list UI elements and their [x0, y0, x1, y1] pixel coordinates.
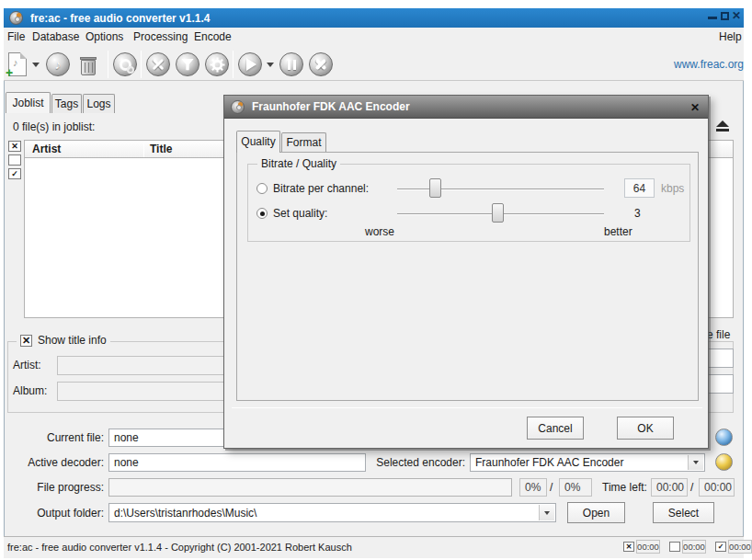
selected-encoder-label: Selected encoder:: [366, 456, 465, 469]
bitrate-radio[interactable]: [256, 183, 268, 194]
active-decoder-label: Active decoder:: [0, 456, 104, 469]
show-title-info[interactable]: ✕ Show title info: [17, 334, 110, 347]
select-all-icon[interactable]: ✕: [8, 141, 21, 152]
encode-dropdown-icon[interactable]: [267, 63, 274, 67]
combo-dropdown-icon[interactable]: [539, 505, 554, 520]
website-link[interactable]: www.freac.org: [674, 58, 744, 71]
title-bar[interactable]: fre:ac - free audio converter v1.1.4: [4, 8, 744, 28]
bitrate-slider-handle[interactable]: [429, 178, 441, 198]
file-progress-bar: [108, 478, 512, 497]
track-percent-field: 0%: [519, 478, 547, 497]
close-button[interactable]: ✕: [732, 10, 741, 21]
toolbar-separator: [141, 51, 142, 78]
query-cddb-icon[interactable]: [113, 52, 137, 76]
file-progress-label: File progress:: [0, 481, 104, 494]
select-button[interactable]: Select: [653, 502, 714, 523]
toolbar-separator: [108, 51, 108, 78]
selected-encoder-combo[interactable]: Fraunhofer FDK AAC Encoder: [470, 453, 705, 472]
quality-value: 3: [634, 207, 641, 220]
dialog-tab-format[interactable]: Format: [281, 132, 326, 153]
tab-tags[interactable]: Tags: [51, 94, 82, 113]
quality-slider-handle[interactable]: [492, 203, 504, 223]
quality-label: Set quality:: [273, 207, 327, 220]
menu-encode[interactable]: Encode: [192, 29, 234, 44]
show-title-info-label: Show title info: [38, 334, 107, 347]
time-selected-icon: ✓: [715, 542, 726, 552]
time-selected-value: 00:00: [728, 540, 752, 554]
status-text: fre:ac - free audio converter v1.1.4 - C…: [7, 542, 352, 553]
scale-better-label: better: [604, 225, 632, 238]
cancel-button[interactable]: Cancel: [527, 417, 584, 440]
group-title: Bitrate / Quality: [257, 157, 340, 170]
encode-single-file-label-fragment: e file: [707, 328, 735, 341]
window-title: fre:ac - free audio converter v1.1.4: [30, 12, 210, 25]
add-files-dropdown-icon[interactable]: [32, 63, 40, 67]
time-all-icon: ✕: [623, 542, 634, 552]
menu-options[interactable]: Options: [84, 29, 125, 44]
play-preview-icon[interactable]: [715, 429, 733, 446]
menu-file[interactable]: File: [6, 29, 27, 44]
time-unselected-value: 00:00: [682, 540, 706, 554]
bitrate-label: Bitrate per channel:: [273, 182, 369, 195]
dialog-tab-quality[interactable]: Quality: [236, 131, 280, 153]
dialog-title: Fraunhofer FDK AAC Encoder: [252, 100, 410, 113]
app-icon: [9, 11, 23, 25]
dialog-title-bar[interactable]: Fraunhofer FDK AAC Encoder: [224, 96, 708, 119]
output-folder-label: Output folder:: [0, 507, 104, 520]
time-unselected-icon: [669, 542, 680, 552]
time-separator: /: [690, 481, 693, 494]
open-button[interactable]: Open: [567, 502, 625, 523]
time-track-field: 00:00: [651, 478, 688, 497]
add-files-icon[interactable]: ♪ +: [8, 52, 27, 76]
show-title-info-checkbox[interactable]: ✕: [20, 335, 32, 347]
menu-processing[interactable]: Processing: [131, 29, 189, 44]
pause-encoding-icon[interactable]: [279, 52, 303, 76]
configure-encoder-icon[interactable]: [715, 453, 733, 471]
ok-button[interactable]: OK: [617, 417, 674, 440]
right-field-fragment[interactable]: [708, 349, 734, 368]
right-field-fragment[interactable]: [708, 374, 734, 394]
bitrate-value-field[interactable]: 64: [624, 178, 655, 198]
start-encoding-icon[interactable]: [238, 52, 262, 76]
output-folder-combo[interactable]: d:\Users\tristanrhodes\Music\: [108, 503, 556, 522]
percent-separator: /: [550, 481, 553, 494]
time-left-label: Time left:: [602, 481, 647, 494]
artist-label: Artist:: [13, 359, 41, 371]
bitrate-slider-track[interactable]: [397, 189, 604, 190]
joblist-count: 0 file(s) in joblist:: [13, 120, 95, 133]
select-none-icon[interactable]: [8, 154, 21, 166]
time-all-value: 00:00: [636, 540, 660, 554]
remove-entries-icon[interactable]: [80, 54, 97, 75]
time-total-field: 00:00: [699, 478, 735, 497]
eject-cd-icon[interactable]: [709, 115, 735, 136]
active-decoder-field: none: [108, 453, 366, 472]
maximize-button[interactable]: [721, 12, 729, 20]
encoder-settings-icon[interactable]: [205, 52, 229, 76]
encoder-dialog: Fraunhofer FDK AAC Encoder ✕ Quality For…: [223, 95, 709, 449]
column-artist[interactable]: Artist: [25, 143, 143, 155]
bitrate-quality-group: Bitrate / Quality Bitrate per channel: 6…: [247, 164, 690, 242]
column-title[interactable]: Title: [144, 143, 172, 155]
bitrate-unit: kbps: [661, 182, 684, 195]
menu-database[interactable]: Database: [30, 29, 81, 44]
minimize-button[interactable]: [708, 17, 717, 19]
processing-settings-icon[interactable]: [176, 52, 199, 76]
quality-radio[interactable]: [256, 208, 268, 219]
app-window: fre:ac - free audio converter v1.1.4 ✕ F…: [0, 0, 752, 560]
stop-encoding-icon[interactable]: [309, 52, 333, 76]
tab-joblist[interactable]: Joblist: [6, 92, 51, 113]
add-audio-cd-icon[interactable]: ♪: [46, 52, 70, 76]
toolbar-separator: [233, 51, 234, 78]
total-percent-field: 0%: [559, 478, 592, 497]
current-file-label: Current file:: [0, 431, 104, 444]
dialog-app-icon: [231, 100, 245, 114]
combo-dropdown-icon[interactable]: [688, 455, 703, 470]
menu-help[interactable]: Help: [717, 29, 744, 44]
album-label: Album:: [13, 384, 47, 397]
dialog-separator: [232, 407, 702, 408]
toggle-selection-icon[interactable]: ✓: [8, 168, 21, 179]
tab-logs[interactable]: Logs: [83, 94, 115, 113]
general-settings-icon[interactable]: [146, 52, 170, 76]
dialog-close-icon[interactable]: ✕: [687, 99, 703, 115]
scale-worse-label: worse: [365, 225, 394, 238]
